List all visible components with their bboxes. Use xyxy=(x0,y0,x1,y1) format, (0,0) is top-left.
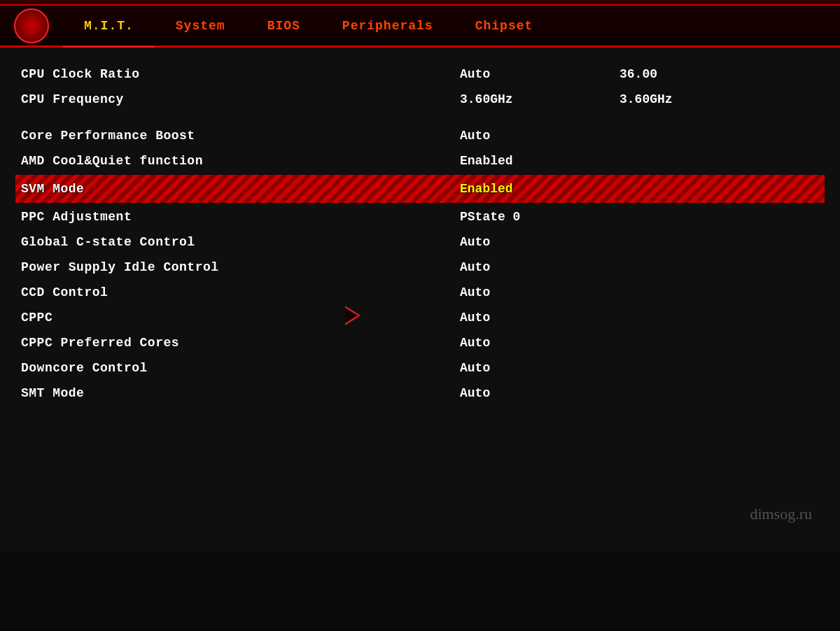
setting-row-core-perf-boost[interactable]: Core Performance Boost Auto xyxy=(21,123,819,148)
setting-row-amd-cool-quiet[interactable]: AMD Cool&Quiet function Enabled xyxy=(21,148,819,173)
setting-name-power-supply-idle: Power Supply Idle Control xyxy=(21,260,460,274)
setting-row-cpu-clock-ratio[interactable]: CPU Clock Ratio Auto 36.00 xyxy=(21,62,819,87)
setting-value-smt-mode: Auto xyxy=(460,386,620,400)
setting-value-downcore-control: Auto xyxy=(460,361,620,375)
tab-chipset[interactable]: Chipset xyxy=(454,13,554,38)
tab-bios[interactable]: BIOS xyxy=(246,13,321,38)
main-content: CPU Clock Ratio Auto 36.00 CPU Frequency… xyxy=(0,48,840,551)
setting-value-cpu-clock-ratio: Auto xyxy=(460,67,620,81)
setting-row-downcore-control[interactable]: Downcore Control Auto xyxy=(21,355,819,381)
setting-value-cppc-preferred-cores: Auto xyxy=(460,336,620,350)
setting-value2-cpu-clock-ratio: 36.00 xyxy=(620,67,779,81)
tab-peripherals[interactable]: Peripherals xyxy=(321,13,454,38)
tab-bios-label: BIOS xyxy=(267,19,300,33)
setting-value-power-supply-idle: Auto xyxy=(460,260,620,274)
setting-name-cppc-preferred-cores: CPPC Preferred Cores xyxy=(21,336,460,350)
tab-system-label: System xyxy=(176,19,225,33)
setting-value-ccd-control: Auto xyxy=(460,285,620,299)
tab-peripherals-label: Peripherals xyxy=(342,19,433,33)
tab-chipset-label: Chipset xyxy=(475,19,533,33)
setting-row-cpu-frequency[interactable]: CPU Frequency 3.60GHz 3.60GHz xyxy=(21,87,819,112)
group-gap-1 xyxy=(21,112,819,123)
setting-row-power-supply-idle[interactable]: Power Supply Idle Control Auto xyxy=(21,255,819,280)
setting-row-svm-mode[interactable]: SVM Mode Enabled xyxy=(15,175,825,203)
tab-system[interactable]: System xyxy=(155,13,246,38)
setting-value-core-perf-boost: Auto xyxy=(460,129,620,143)
setting-value-cppc: Auto xyxy=(460,311,620,325)
setting-name-downcore-control: Downcore Control xyxy=(21,361,460,375)
setting-value-ppc-adjustment: PState 0 xyxy=(460,210,620,224)
settings-table: CPU Clock Ratio Auto 36.00 CPU Frequency… xyxy=(21,62,819,406)
setting-name-global-cstate: Global C-state Control xyxy=(21,235,460,249)
setting-value-svm-mode: Enabled xyxy=(460,182,620,196)
setting-row-global-cstate[interactable]: Global C-state Control Auto xyxy=(21,229,819,255)
setting-name-core-perf-boost: Core Performance Boost xyxy=(21,129,460,143)
logo-circle xyxy=(14,8,49,43)
watermark: dimsog.ru xyxy=(750,505,812,523)
setting-name-cpu-frequency: CPU Frequency xyxy=(21,92,460,106)
setting-name-cppc: CPPC xyxy=(21,311,460,325)
tab-mit-label: M.I.T. xyxy=(84,19,134,33)
setting-name-ppc-adjustment: PPC Adjustment xyxy=(21,210,460,224)
setting-name-svm-mode: SVM Mode xyxy=(21,182,460,196)
setting-row-cppc[interactable]: CPPC Auto xyxy=(21,305,819,330)
setting-row-smt-mode[interactable]: SMT Mode Auto xyxy=(21,381,819,406)
setting-row-ccd-control[interactable]: CCD Control Auto xyxy=(21,280,819,305)
top-bar xyxy=(0,0,840,6)
setting-name-ccd-control: CCD Control xyxy=(21,285,460,299)
setting-value-global-cstate: Auto xyxy=(460,235,620,249)
setting-value-amd-cool-quiet: Enabled xyxy=(460,154,620,168)
tab-mit[interactable]: M.I.T. xyxy=(63,13,155,38)
setting-row-ppc-adjustment[interactable]: PPC Adjustment PState 0 xyxy=(21,204,819,229)
nav-tabs: M.I.T. System BIOS Peripherals Chipset xyxy=(0,6,840,48)
setting-value2-cpu-frequency: 3.60GHz xyxy=(620,92,779,106)
setting-row-cppc-preferred-cores[interactable]: CPPC Preferred Cores Auto xyxy=(21,330,819,355)
setting-name-amd-cool-quiet: AMD Cool&Quiet function xyxy=(21,154,460,168)
setting-name-cpu-clock-ratio: CPU Clock Ratio xyxy=(21,67,460,81)
setting-name-smt-mode: SMT Mode xyxy=(21,386,460,400)
setting-value-cpu-frequency: 3.60GHz xyxy=(460,92,620,106)
